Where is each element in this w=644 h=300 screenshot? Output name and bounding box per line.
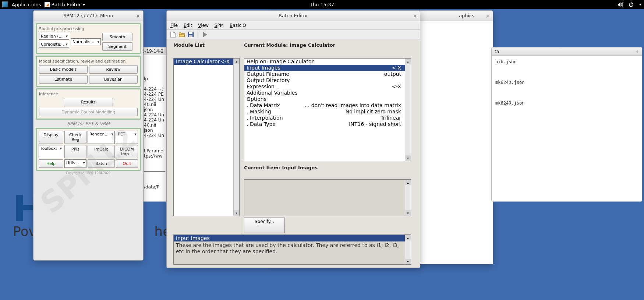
- data-window: ta × pib.json mk6240.json mk6240.json: [491, 47, 642, 202]
- clock[interactable]: Thu 15:37: [310, 2, 334, 7]
- specify-button[interactable]: Specify...: [244, 218, 285, 233]
- data-content: pib.json mk6240.json mk6240.json: [492, 56, 642, 109]
- imcalc-button[interactable]: ImCalc: [88, 145, 115, 158]
- module-list-head: Module List: [173, 41, 240, 57]
- results-button[interactable]: Results: [64, 98, 113, 106]
- module-item[interactable]: Image Calculator<-X: [174, 59, 239, 65]
- dicom-button[interactable]: DICOM Imp...: [116, 145, 138, 158]
- param-item[interactable]: Output Filenameoutput: [244, 71, 411, 77]
- coregister-select[interactable]: Coregiste...: [39, 41, 69, 48]
- param-item[interactable]: . MaskingNo implicit zero mask: [244, 109, 411, 115]
- param-item[interactable]: Options: [244, 96, 411, 102]
- system-menu-icon[interactable]: [2, 1, 8, 7]
- power-icon[interactable]: [629, 2, 634, 7]
- help-box: Input Images These are the images that a…: [173, 234, 411, 265]
- help-button[interactable]: Help: [39, 159, 63, 168]
- scrollbar[interactable]: ▴▾: [405, 59, 411, 161]
- system-topbar: Applications ◢ Batch Editor Thu 15:37: [0, 0, 644, 9]
- param-item[interactable]: Expression<-X: [244, 84, 411, 90]
- batch-button[interactable]: Batch: [88, 159, 115, 168]
- save-icon[interactable]: [187, 31, 194, 38]
- menu-edit[interactable]: Edit: [184, 23, 192, 28]
- scrollbar[interactable]: ▴▾: [405, 235, 411, 264]
- menu-basicio[interactable]: BasicIO: [230, 23, 246, 28]
- utils-select[interactable]: Utils...: [64, 159, 86, 168]
- segment-button[interactable]: Segment: [102, 42, 132, 51]
- toolbox-select[interactable]: Toolbox:: [39, 145, 63, 158]
- smooth-button[interactable]: Smooth: [102, 33, 132, 41]
- open-icon[interactable]: [178, 31, 185, 38]
- menu-file[interactable]: File: [170, 23, 178, 28]
- menubar: File Edit View SPM BasicIO: [167, 21, 420, 30]
- close-icon[interactable]: ×: [635, 49, 639, 54]
- inference-heading: Inference: [39, 92, 138, 96]
- render-select[interactable]: Render....: [88, 131, 115, 144]
- param-item[interactable]: Output Directory: [244, 77, 411, 84]
- new-icon[interactable]: [170, 31, 176, 38]
- model-heading: Model specification, review and estimati…: [39, 59, 138, 64]
- module-list[interactable]: Image Calculator<-X▴▾: [173, 58, 240, 216]
- svg-rect-4: [189, 35, 192, 37]
- applications-menu[interactable]: Applications: [12, 2, 41, 7]
- normalise-select[interactable]: Normalis...: [71, 38, 101, 45]
- basic-models-button[interactable]: Basic models: [39, 65, 88, 74]
- matlab-icon: ◢: [45, 2, 50, 7]
- review-button[interactable]: Review: [89, 65, 138, 74]
- batch-title: Batch Editor: [279, 13, 308, 18]
- help-title: Input Images: [174, 235, 411, 241]
- current-item-head: Current Item: Input Images: [244, 163, 411, 178]
- help-body: These are the images that are used by th…: [174, 241, 411, 255]
- param-item[interactable]: Help on: Image Calculator: [244, 59, 411, 65]
- realign-select[interactable]: Realign (...: [39, 33, 69, 40]
- menu-spm[interactable]: SPM: [215, 23, 224, 28]
- volume-icon[interactable]: [618, 2, 623, 7]
- graphics-title: aphics: [459, 13, 474, 18]
- ppis-button[interactable]: PPIs: [64, 145, 86, 158]
- checkreg-button[interactable]: Check Reg: [64, 131, 86, 144]
- copyright: Copyright (c) 1991,1994-2020: [36, 172, 141, 175]
- scrollbar[interactable]: ▴▾: [233, 59, 239, 216]
- close-icon[interactable]: ×: [413, 13, 417, 19]
- param-item[interactable]: . InterpolationTrilinear: [244, 115, 411, 121]
- spm-menu-window: SPM12 (7771): Menu × Spatial pre-process…: [33, 10, 144, 261]
- param-item[interactable]: Additional Variables: [244, 90, 411, 96]
- preprocessing-heading: Spatial pre-processing: [39, 27, 138, 31]
- scrollbar[interactable]: ▴▾: [405, 180, 411, 216]
- data-tab[interactable]: ta: [495, 49, 499, 54]
- value-box[interactable]: ▴▾: [244, 179, 411, 216]
- spm-subtitle: SPM for PET & VBM: [36, 121, 141, 126]
- estimate-button[interactable]: Estimate: [39, 75, 88, 84]
- batch-editor-window: Batch Editor × File Edit View SPM BasicI…: [166, 10, 420, 268]
- param-item[interactable]: . Data TypeINT16 - signed short: [244, 121, 411, 127]
- modality-select[interactable]: PET: [116, 131, 138, 144]
- bayesian-button[interactable]: Bayesian: [89, 75, 138, 84]
- toolbar: [167, 30, 420, 39]
- parameter-list[interactable]: Help on: Image CalculatorInput Images<-X…: [244, 58, 411, 161]
- display-button[interactable]: Display: [39, 131, 63, 144]
- svg-rect-3: [189, 32, 192, 34]
- active-app-menu[interactable]: Batch Editor: [51, 2, 85, 7]
- current-module-head: Current Module: Image Calculator: [244, 41, 411, 57]
- param-item[interactable]: Input Images<-X: [244, 65, 411, 71]
- close-icon[interactable]: ×: [136, 13, 140, 19]
- param-item[interactable]: . Data Matrix... don't read images into …: [244, 102, 411, 109]
- run-icon[interactable]: [202, 31, 208, 38]
- dcm-button[interactable]: Dynamic Causal Modelling: [39, 108, 138, 116]
- spm-title: SPM12 (7771): Menu: [63, 13, 113, 18]
- system-dropdown-icon[interactable]: [639, 4, 642, 6]
- close-icon[interactable]: ×: [485, 13, 490, 19]
- menu-view[interactable]: View: [198, 23, 208, 28]
- quit-button[interactable]: Quit: [116, 159, 138, 168]
